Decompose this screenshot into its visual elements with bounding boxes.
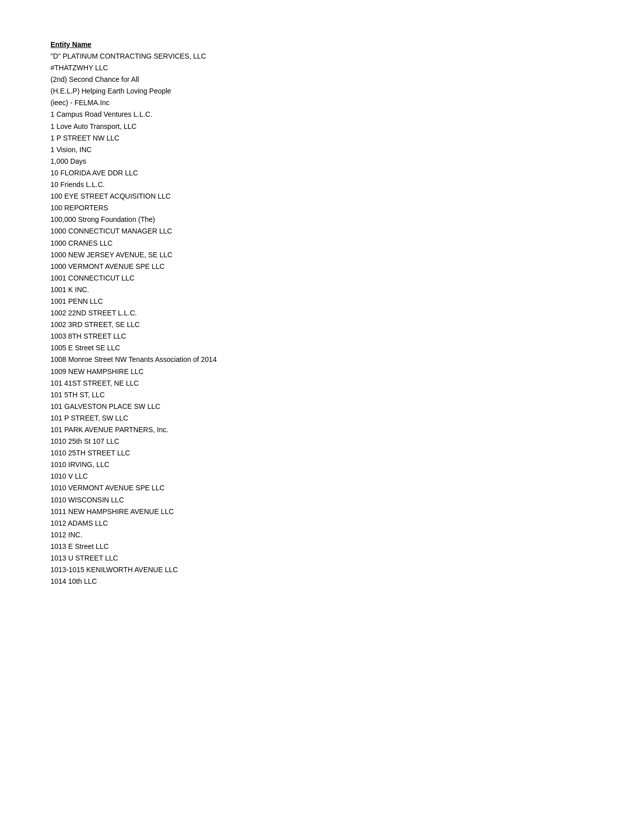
- list-item: 1000 VERMONT AVENUE SPE LLC: [51, 261, 593, 272]
- list-item: (2nd) Second Chance for All: [51, 74, 593, 85]
- list-item: 1012 ADAMS LLC: [51, 518, 593, 529]
- list-item: 100 REPORTERS: [51, 202, 593, 214]
- list-item: 1012 INC.: [51, 529, 593, 541]
- list-item: 1010 IRVING, LLC: [51, 459, 593, 471]
- column-header-entity-name: Entity Name: [51, 40, 593, 49]
- list-item: 101 P STREET, SW LLC: [51, 412, 593, 424]
- list-item: #THATZWHY LLC: [51, 62, 593, 74]
- list-item: 1011 NEW HAMPSHIRE AVENUE LLC: [51, 506, 593, 518]
- list-item: 1008 Monroe Street NW Tenants Associatio…: [51, 354, 593, 365]
- list-item: 1010 V LLC: [51, 471, 593, 482]
- list-item: 1,000 Days: [51, 156, 593, 167]
- list-item: 1002 3RD STREET, SE LLC: [51, 319, 593, 331]
- list-item: 1013 U STREET LLC: [51, 552, 593, 564]
- list-item: 1010 WISCONSIN LLC: [51, 494, 593, 506]
- list-item: 1010 25th St 107 LLC: [51, 436, 593, 447]
- list-item: 10 Friends L.L.C.: [51, 179, 593, 191]
- list-item: 101 5TH ST, LLC: [51, 389, 593, 401]
- list-item: "D" PLATINUM CONTRACTING SERVICES, LLC: [51, 51, 593, 62]
- list-item: 100,000 Strong Foundation (The): [51, 214, 593, 225]
- list-item: 1010 VERMONT AVENUE SPE LLC: [51, 482, 593, 494]
- list-item: 1013 E Street LLC: [51, 541, 593, 552]
- list-item: 101 PARK AVENUE PARTNERS, Inc.: [51, 424, 593, 436]
- list-item: (H.E.L.P) Helping Earth Loving People: [51, 85, 593, 97]
- list-item: 1 P STREET NW LLC: [51, 132, 593, 144]
- list-item: 1001 PENN LLC: [51, 296, 593, 307]
- list-item: 101 41ST STREET, NE LLC: [51, 378, 593, 389]
- list-item: 1002 22ND STREET L.L.C.: [51, 307, 593, 319]
- list-item: 101 GALVESTON PLACE SW LLC: [51, 401, 593, 412]
- list-item: 1003 8TH STREET LLC: [51, 331, 593, 342]
- list-item: 1 Love Auto Transport, LLC: [51, 121, 593, 132]
- list-item: 1000 CONNECTICUT MANAGER LLC: [51, 225, 593, 237]
- list-item: 1005 E Street SE LLC: [51, 342, 593, 354]
- list-item: 1001 CONNECTICUT LLC: [51, 272, 593, 284]
- list-item: 10 FLORIDA AVE DDR LLC: [51, 167, 593, 179]
- list-item: 1009 NEW HAMPSHIRE LLC: [51, 366, 593, 378]
- entity-list: "D" PLATINUM CONTRACTING SERVICES, LLC#T…: [51, 51, 593, 587]
- list-item: 1 Vision, INC: [51, 144, 593, 156]
- list-item: 1000 CRANES LLC: [51, 238, 593, 249]
- list-item: 1 Campus Road Ventures L.L.C.: [51, 109, 593, 120]
- list-item: 1001 K INC.: [51, 284, 593, 296]
- list-item: 1000 NEW JERSEY AVENUE, SE LLC: [51, 249, 593, 261]
- list-item: 1014 10th LLC: [51, 576, 593, 587]
- list-item: 100 EYE STREET ACQUISITION LLC: [51, 191, 593, 202]
- list-item: 1010 25TH STREET LLC: [51, 447, 593, 459]
- list-item: (ieec) - FELMA.Inc: [51, 97, 593, 109]
- list-item: 1013-1015 KENILWORTH AVENUE LLC: [51, 564, 593, 576]
